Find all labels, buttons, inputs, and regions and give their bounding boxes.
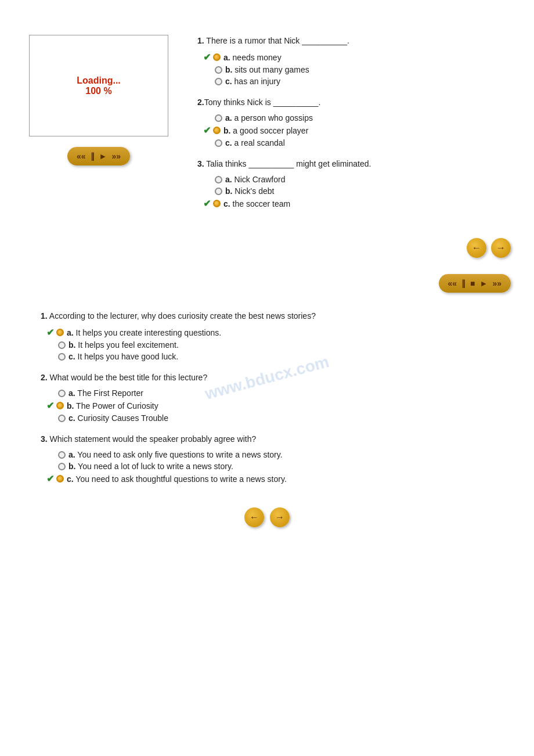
question-1-text: 1. There is a rumor that Nick __________…	[197, 35, 511, 47]
rewind-btn-2[interactable]: ««	[448, 279, 457, 288]
s2-option-1b-label: b. It helps you feel excitement.	[68, 340, 179, 350]
question-3-options: a. Nick Crawford b. Nick's debt ✔ c. the…	[197, 175, 511, 209]
s2-radio-1b	[58, 341, 66, 349]
question-2-text: 2.Tony thinks Nick is __________.	[197, 96, 511, 109]
option-2a[interactable]: a. a person who gossips	[203, 113, 511, 123]
s2-question-2-options: a. The First Reporter ✔ b. The Power of …	[41, 388, 493, 423]
option-1b[interactable]: b. sits out many games	[203, 65, 511, 74]
loading-percent: 100 %	[85, 86, 111, 96]
option-1c[interactable]: c. has an injury	[203, 77, 511, 86]
option-1b-label: b. sits out many games	[225, 65, 309, 74]
second-section: 1. According to the lecturer, why does c…	[23, 310, 511, 527]
s2-option-2c-label: c. Curiosity Causes Trouble	[68, 413, 168, 423]
radio-1a	[213, 53, 221, 61]
s2-option-2a-label: a. The First Reporter	[68, 388, 143, 398]
option-3a[interactable]: a. Nick Crawford	[203, 175, 511, 184]
option-3b-label: b. Nick's debt	[225, 186, 274, 196]
fast-forward-btn-2[interactable]: »»	[492, 279, 501, 288]
player-bar-1: «« ‖ ► »»	[67, 147, 130, 165]
s2-radio-2b	[56, 402, 64, 409]
question-1-block: 1. There is a rumor that Nick __________…	[197, 35, 511, 86]
option-1a-label: a. needs money	[223, 53, 282, 62]
s2-radio-1a	[56, 329, 64, 336]
option-2b-label: b. a good soccer player	[223, 126, 308, 135]
radio-2c	[215, 139, 222, 147]
s2-option-3b-label: b. You need a lot of luck to write a new…	[68, 462, 233, 471]
s2-option-3a-label: a. You need to ask only five questions t…	[68, 450, 283, 459]
rewind-btn[interactable]: ««	[77, 152, 86, 161]
question-1-options: ✔ a. needs money b. sits out many games …	[197, 52, 511, 86]
radio-1c	[215, 78, 222, 85]
s2-option-2c[interactable]: c. Curiosity Causes Trouble	[46, 413, 493, 423]
s2-radio-1c	[58, 353, 66, 361]
s2-checkmark-2b: ✔	[46, 400, 54, 411]
s2-option-3c-label: c. You need to ask thoughtful questions …	[67, 474, 287, 484]
checkmark-2b: ✔	[203, 125, 211, 136]
question-2-options: a. a person who gossips ✔ b. a good socc…	[197, 113, 511, 147]
s2-option-1c-label: c. It helps you have good luck.	[68, 352, 178, 361]
question-3-text: 3. Talia thinks __________ might get eli…	[197, 158, 511, 170]
s2-checkmark-1a: ✔	[46, 327, 54, 338]
section1-nav-buttons: ← →	[467, 238, 511, 258]
option-3a-label: a. Nick Crawford	[225, 175, 285, 184]
radio-2a	[215, 114, 222, 122]
option-3c-label: c. the soccer team	[223, 199, 290, 208]
s2-option-1b[interactable]: b. It helps you feel excitement.	[46, 340, 493, 350]
s2-option-2b-label: b. The Power of Curiosity	[67, 401, 158, 411]
left-column: Loading... 100 % «« ‖ ► »»	[23, 35, 174, 293]
player-bar-2: «« ‖ ■ ► »»	[439, 274, 511, 293]
s2-question-2-block: 2. What would be the best title for this…	[41, 372, 493, 423]
checkmark-1a: ✔	[203, 52, 211, 63]
radio-3a	[215, 176, 222, 183]
s2-question-1-text: 1. According to the lecturer, why does c…	[41, 310, 493, 322]
play-btn[interactable]: ►	[99, 152, 107, 161]
s2-question-2-text: 2. What would be the best title for this…	[41, 372, 493, 384]
option-3c[interactable]: ✔ c. the soccer team	[203, 198, 511, 209]
s2-option-3b[interactable]: b. You need a lot of luck to write a new…	[46, 462, 493, 471]
option-2b[interactable]: ✔ b. a good soccer player	[203, 125, 511, 136]
pause-btn[interactable]: ‖	[91, 152, 95, 161]
play-btn-2[interactable]: ►	[480, 279, 488, 288]
option-2a-label: a. a person who gossips	[225, 113, 313, 123]
s2-radio-2a	[58, 390, 66, 397]
s2-question-1-options: ✔ a. It helps you create interesting que…	[41, 327, 493, 361]
bottom-nav: ← →	[23, 507, 511, 527]
s2-option-2b[interactable]: ✔ b. The Power of Curiosity	[46, 400, 493, 411]
radio-1b	[215, 66, 222, 74]
top-section: Loading... 100 % «« ‖ ► »» 1. There is a…	[23, 35, 511, 293]
stop-btn-2[interactable]: ■	[470, 279, 475, 288]
s2-option-3c[interactable]: ✔ c. You need to ask thoughtful question…	[46, 473, 493, 484]
option-3b[interactable]: b. Nick's debt	[203, 186, 511, 196]
s2-option-1c[interactable]: c. It helps you have good luck.	[46, 352, 493, 361]
s2-option-1a[interactable]: ✔ a. It helps you create interesting que…	[46, 327, 493, 338]
option-2c[interactable]: c. a real scandal	[203, 138, 511, 147]
s2-radio-3a	[58, 451, 66, 459]
bottom-back-button[interactable]: ←	[244, 507, 264, 527]
section1-back-button[interactable]: ←	[467, 238, 486, 258]
s2-question-3-block: 3. Which statement would the speaker pro…	[41, 433, 493, 484]
s2-question-3-text: 3. Which statement would the speaker pro…	[41, 433, 493, 445]
s2-question-1-block: 1. According to the lecturer, why does c…	[41, 310, 493, 361]
s2-radio-3c	[56, 475, 64, 483]
radio-3c	[213, 200, 221, 207]
question-3-block: 3. Talia thinks __________ might get eli…	[197, 158, 511, 209]
s2-question-3-options: a. You need to ask only five questions t…	[41, 450, 493, 484]
option-1a[interactable]: ✔ a. needs money	[203, 52, 511, 63]
option-1c-label: c. has an injury	[225, 77, 280, 86]
video-box: Loading... 100 %	[29, 35, 168, 136]
s2-radio-3b	[58, 463, 66, 470]
pause-btn-2[interactable]: ‖	[461, 279, 466, 288]
fast-forward-btn[interactable]: »»	[111, 152, 121, 161]
radio-3b	[215, 188, 222, 195]
s2-radio-2c	[58, 415, 66, 422]
option-2c-label: c. a real scandal	[225, 138, 285, 147]
s2-option-2a[interactable]: a. The First Reporter	[46, 388, 493, 398]
bottom-forward-button[interactable]: →	[270, 507, 290, 527]
s2-option-3a[interactable]: a. You need to ask only five questions t…	[46, 450, 493, 459]
question-2-block: 2.Tony thinks Nick is __________. a. a p…	[197, 96, 511, 147]
right-nav-area: ← → «« ‖ ■ ► »»	[197, 226, 511, 293]
section2-questions: 1. According to the lecturer, why does c…	[23, 310, 511, 484]
s2-option-1a-label: a. It helps you create interesting quest…	[67, 328, 221, 337]
s2-checkmark-3c: ✔	[46, 473, 54, 484]
section1-forward-button[interactable]: →	[491, 238, 511, 258]
